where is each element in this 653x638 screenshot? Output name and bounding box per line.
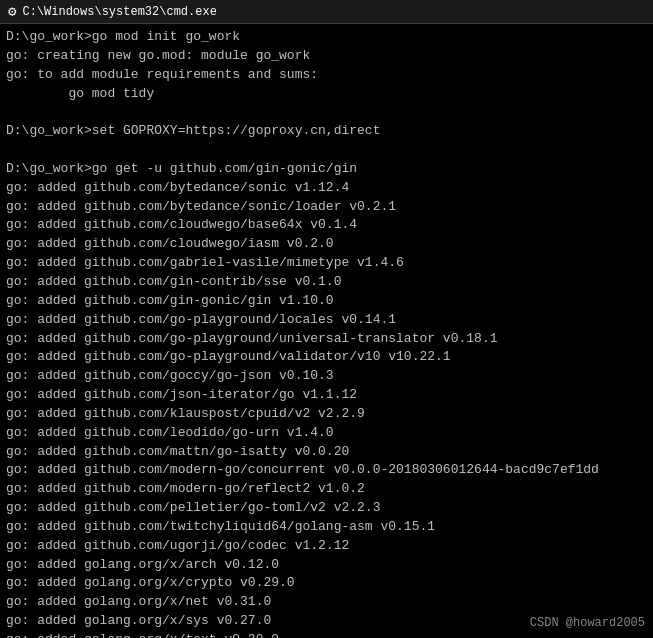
terminal-line: go: added github.com/go-playground/unive… xyxy=(6,330,647,349)
terminal-line: go: added github.com/bytedance/sonic v1.… xyxy=(6,179,647,198)
watermark: CSDN @howard2005 xyxy=(530,616,645,630)
terminal-line: go: added github.com/gin-gonic/gin v1.10… xyxy=(6,292,647,311)
terminal-output: D:\go_work>go mod init go_workgo: creati… xyxy=(0,24,653,638)
terminal-line: D:\go_work>set GOPROXY=https://goproxy.c… xyxy=(6,122,647,141)
terminal-line: go mod tidy xyxy=(6,85,647,104)
terminal-line: go: added github.com/go-playground/local… xyxy=(6,311,647,330)
terminal-line: go: added github.com/goccy/go-json v0.10… xyxy=(6,367,647,386)
terminal-line: go: to add module requirements and sums: xyxy=(6,66,647,85)
terminal-line: go: added golang.org/x/net v0.31.0 xyxy=(6,593,647,612)
terminal-line: go: added github.com/pelletier/go-toml/v… xyxy=(6,499,647,518)
terminal-line: go: creating new go.mod: module go_work xyxy=(6,47,647,66)
terminal-line: go: added github.com/gabriel-vasile/mime… xyxy=(6,254,647,273)
terminal-line: go: added github.com/cloudwego/base64x v… xyxy=(6,216,647,235)
terminal-line: go: added github.com/ugorji/go/codec v1.… xyxy=(6,537,647,556)
terminal-line: go: added github.com/go-playground/valid… xyxy=(6,348,647,367)
terminal-line: go: added github.com/leodido/go-urn v1.4… xyxy=(6,424,647,443)
title-bar: ⚙ C:\Windows\system32\cmd.exe xyxy=(0,0,653,24)
terminal-line: go: added golang.org/x/text v0.20.0 xyxy=(6,631,647,638)
cmd-icon: ⚙ xyxy=(8,3,16,20)
terminal-line: D:\go_work>go mod init go_work xyxy=(6,28,647,47)
terminal-line: go: added github.com/gin-contrib/sse v0.… xyxy=(6,273,647,292)
title-label: C:\Windows\system32\cmd.exe xyxy=(22,5,216,19)
terminal-line: go: added golang.org/x/arch v0.12.0 xyxy=(6,556,647,575)
terminal-line: go: added github.com/modern-go/reflect2 … xyxy=(6,480,647,499)
terminal-line: go: added github.com/mattn/go-isatty v0.… xyxy=(6,443,647,462)
terminal-line: go: added github.com/cloudwego/iasm v0.2… xyxy=(6,235,647,254)
terminal-line xyxy=(6,103,647,122)
terminal-line: go: added github.com/twitchyliquid64/gol… xyxy=(6,518,647,537)
terminal-line xyxy=(6,141,647,160)
terminal-line: D:\go_work>go get -u github.com/gin-goni… xyxy=(6,160,647,179)
terminal-line: go: added github.com/json-iterator/go v1… xyxy=(6,386,647,405)
terminal-line: go: added golang.org/x/crypto v0.29.0 xyxy=(6,574,647,593)
terminal-line: go: added github.com/klauspost/cpuid/v2 … xyxy=(6,405,647,424)
terminal-line: go: added github.com/modern-go/concurren… xyxy=(6,461,647,480)
terminal-line: go: added github.com/bytedance/sonic/loa… xyxy=(6,198,647,217)
